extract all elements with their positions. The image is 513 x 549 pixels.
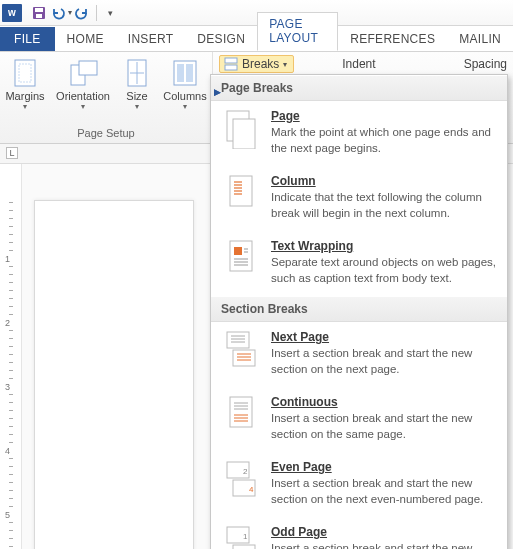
- svg-rect-31: [227, 332, 249, 348]
- indicator-arrow-icon: ▶: [214, 87, 221, 97]
- option-title: Column: [271, 174, 497, 188]
- separator: [96, 5, 97, 21]
- svg-rect-2: [36, 14, 42, 18]
- svg-rect-16: [233, 119, 255, 149]
- redo-icon: [75, 6, 91, 20]
- dropdown-header: Section Breaks: [211, 296, 507, 322]
- option-title: Continuous: [271, 395, 497, 409]
- svg-rect-24: [230, 241, 252, 271]
- break-option-page[interactable]: ▶PageMark the point at which one page en…: [211, 101, 507, 166]
- break-option-even-page[interactable]: 24Even PageInsert a section break and st…: [211, 452, 507, 517]
- undo-button[interactable]: ▾: [50, 2, 72, 24]
- option-title: Odd Page: [271, 525, 497, 539]
- option-description: Insert a section break and start the new…: [271, 346, 497, 377]
- orientation-button[interactable]: Orientation ▾: [54, 56, 112, 110]
- size-label: Size: [126, 90, 147, 102]
- break-option-text-wrapping[interactable]: Text WrappingSeparate text around object…: [211, 231, 507, 296]
- svg-rect-39: [230, 397, 252, 427]
- svg-rect-12: [186, 64, 193, 82]
- tab-references[interactable]: REFERENCES: [338, 27, 447, 51]
- breaks-button[interactable]: Breaks ▾: [219, 55, 294, 73]
- tab-file[interactable]: FILE: [0, 27, 55, 51]
- text-wrapping-icon: [225, 239, 259, 275]
- indent-label: Indent: [342, 57, 375, 71]
- svg-rect-14: [225, 65, 237, 70]
- ribbon-tabs: FILE HOME INSERT DESIGN PAGE LAYOUT REFE…: [0, 26, 513, 52]
- orientation-label: Orientation: [56, 90, 110, 102]
- break-option-column[interactable]: ColumnIndicate that the text following t…: [211, 166, 507, 231]
- svg-rect-11: [177, 64, 184, 82]
- option-description: Indicate that the text following the col…: [271, 190, 497, 221]
- svg-rect-1: [35, 8, 43, 12]
- undo-icon: [50, 6, 67, 20]
- option-title: Text Wrapping: [271, 239, 497, 253]
- break-option-next-page[interactable]: ▶Next PageInsert a section break and sta…: [211, 322, 507, 387]
- svg-rect-52: [233, 545, 255, 549]
- qat-customize-button[interactable]: ▾: [99, 2, 121, 24]
- svg-rect-13: [225, 58, 237, 63]
- size-icon: [126, 58, 148, 88]
- tab-insert[interactable]: INSERT: [116, 27, 186, 51]
- save-button[interactable]: [28, 2, 50, 24]
- tab-selector[interactable]: L: [6, 147, 18, 159]
- tab-home[interactable]: HOME: [55, 27, 116, 51]
- page[interactable]: [34, 200, 194, 549]
- breaks-label: Breaks: [242, 57, 279, 71]
- group-page-setup: Margins ▾ Orientation ▾ Size ▾ Columns ▾…: [0, 52, 213, 143]
- svg-rect-23: [242, 180, 250, 202]
- ribbon: Margins ▾ Orientation ▾ Size ▾ Columns ▾…: [0, 52, 513, 144]
- tab-page-layout[interactable]: PAGE LAYOUT: [257, 12, 338, 51]
- column-icon: [225, 174, 259, 210]
- margins-label: Margins: [5, 90, 44, 102]
- vertical-ruler[interactable]: 123456: [0, 164, 22, 549]
- svg-text:4: 4: [249, 485, 254, 494]
- break-option-odd-page[interactable]: 13Odd PageInsert a section break and sta…: [211, 517, 507, 549]
- svg-text:2: 2: [243, 467, 248, 476]
- svg-rect-25: [234, 247, 242, 255]
- option-title: Next Page: [271, 330, 497, 344]
- option-description: Mark the point at which one page ends an…: [271, 125, 497, 156]
- chevron-down-icon: ▾: [81, 104, 85, 110]
- next-page-icon: [225, 330, 259, 366]
- continuous-icon: [225, 395, 259, 431]
- chevron-down-icon: ▾: [108, 8, 113, 18]
- spacing-label: Spacing: [464, 57, 507, 71]
- columns-icon: [172, 59, 198, 87]
- page-icon: [225, 109, 259, 145]
- even-page-icon: 24: [225, 460, 259, 496]
- chevron-down-icon: ▾: [135, 104, 139, 110]
- orientation-icon: [68, 59, 98, 87]
- option-description: Separate text around objects on web page…: [271, 255, 497, 286]
- chevron-down-icon: ▾: [283, 60, 287, 69]
- tab-design[interactable]: DESIGN: [185, 27, 257, 51]
- tab-mailings[interactable]: MAILIN: [447, 27, 513, 51]
- word-logo-icon: w: [2, 4, 22, 22]
- breaks-dropdown: Page Breaks▶PageMark the point at which …: [210, 74, 508, 549]
- group-label-page-setup: Page Setup: [77, 127, 135, 141]
- option-description: Insert a section break and start the new…: [271, 476, 497, 507]
- save-icon: [32, 6, 46, 20]
- option-description: Insert a section break and start the new…: [271, 411, 497, 442]
- option-title: Even Page: [271, 460, 497, 474]
- margins-button[interactable]: Margins ▾: [4, 56, 46, 110]
- svg-rect-6: [79, 61, 97, 75]
- svg-rect-35: [233, 350, 255, 366]
- break-option-continuous[interactable]: ContinuousInsert a section break and sta…: [211, 387, 507, 452]
- columns-button[interactable]: Columns ▾: [162, 56, 208, 110]
- breaks-icon: [224, 57, 238, 71]
- option-description: Insert a section break and start the new…: [271, 541, 497, 549]
- odd-page-icon: 13: [225, 525, 259, 549]
- redo-button[interactable]: [72, 2, 94, 24]
- margins-icon: [12, 58, 38, 88]
- chevron-down-icon: ▾: [23, 104, 27, 110]
- dropdown-header: Page Breaks: [211, 75, 507, 101]
- option-title: Page: [271, 109, 497, 123]
- columns-label: Columns: [163, 90, 206, 102]
- chevron-down-icon: ▾: [183, 104, 187, 110]
- svg-text:1: 1: [243, 532, 248, 541]
- size-button[interactable]: Size ▾: [120, 56, 154, 110]
